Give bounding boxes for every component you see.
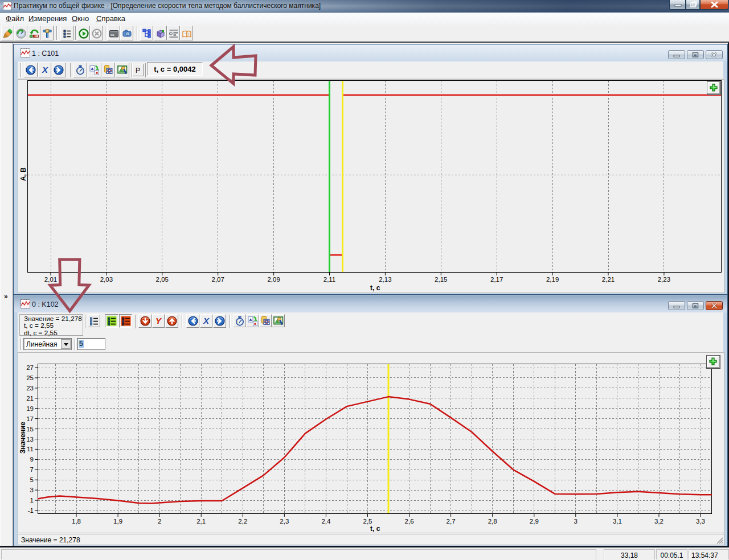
svg-text:2,19: 2,19 [546,276,559,283]
svg-text:2,6: 2,6 [405,518,414,525]
svg-text:2,09: 2,09 [267,276,280,283]
svg-text:2,05: 2,05 [156,276,169,283]
svg-text:2,21: 2,21 [602,276,615,283]
svg-text:7: 7 [30,466,34,473]
svg-text:1,8: 1,8 [72,518,81,525]
svg-text:19: 19 [26,405,34,412]
svg-text:2,7: 2,7 [447,518,456,525]
svg-text:2,4: 2,4 [321,518,331,525]
svg-text:25: 25 [26,374,34,381]
svg-text:2,03: 2,03 [100,276,113,283]
svg-text:2: 2 [158,518,161,525]
svg-text:1,9: 1,9 [113,518,122,525]
svg-text:2,17: 2,17 [490,276,503,283]
svg-text:17: 17 [26,415,34,422]
svg-text:t, c: t, c [370,525,380,533]
svg-text:2,3: 2,3 [280,518,289,525]
svg-text:2,15: 2,15 [435,276,447,283]
svg-text:5: 5 [30,476,34,483]
svg-text:2,07: 2,07 [212,276,224,283]
svg-text:2,5: 2,5 [363,518,372,525]
svg-text:2,8: 2,8 [488,518,497,525]
svg-text:2,13: 2,13 [379,276,391,283]
svg-text:2,2: 2,2 [238,518,247,525]
svg-text:9: 9 [30,456,34,463]
svg-text:3,1: 3,1 [613,518,622,525]
svg-text:-1: -1 [28,507,34,514]
svg-text:2,9: 2,9 [530,518,539,525]
svg-text:X: X [41,65,48,75]
svg-text:27: 27 [26,364,34,371]
svg-text:13: 13 [26,436,34,443]
svg-text:15: 15 [26,426,34,433]
svg-text:Y: Y [155,316,162,326]
svg-text:3,3: 3,3 [696,518,705,525]
svg-text:3: 3 [574,518,578,525]
svg-text:ca_: ca_ [110,33,116,36]
svg-text:3: 3 [30,487,34,493]
svg-text:2,1: 2,1 [196,518,206,525]
svg-text:2,01: 2,01 [44,276,57,283]
svg-text:2,23: 2,23 [658,276,670,283]
svg-text:t, c: t, c [370,284,380,292]
svg-text:3,2: 3,2 [654,518,664,525]
svg-text:X: X [203,316,210,326]
svg-text:11: 11 [27,446,34,452]
svg-text:21: 21 [26,395,34,402]
svg-text:2,11: 2,11 [323,276,336,283]
svg-text:1: 1 [30,497,34,504]
svg-text:23: 23 [26,385,34,392]
